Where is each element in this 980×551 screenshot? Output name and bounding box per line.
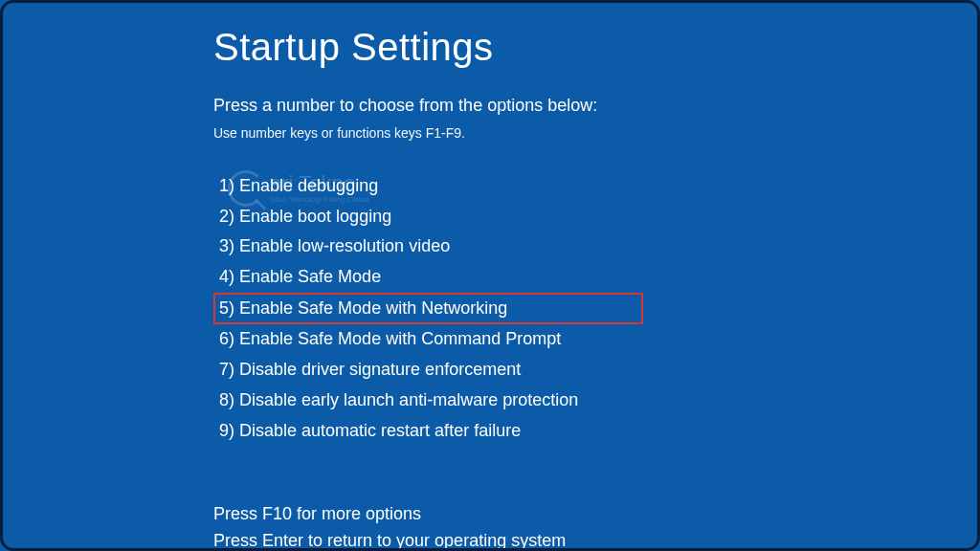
option-number: 3)	[219, 236, 234, 255]
option-label: Disable early launch anti-malware protec…	[239, 390, 578, 409]
option-disable-driver-signature[interactable]: 7) Disable driver signature enforcement	[213, 355, 977, 386]
option-label: Enable boot logging	[239, 207, 391, 226]
option-enable-low-resolution-video[interactable]: 3) Enable low-resolution video	[213, 231, 977, 262]
footer: Press F10 for more options Press Enter t…	[213, 501, 977, 551]
option-number: 8)	[219, 390, 234, 409]
footer-more-options: Press F10 for more options	[213, 501, 977, 528]
option-label: Enable Safe Mode with Command Prompt	[239, 329, 561, 348]
option-enable-boot-logging[interactable]: 2) Enable boot logging	[213, 202, 977, 232]
option-label: Disable driver signature enforcement	[239, 360, 521, 379]
option-enable-debugging[interactable]: 1) Enable debugging	[213, 171, 977, 202]
option-label: Disable automatic restart after failure	[239, 421, 521, 440]
option-number: 2)	[219, 207, 234, 226]
option-number: 7)	[219, 360, 234, 379]
page-title: Startup Settings	[213, 26, 977, 69]
option-enable-safe-mode-command-prompt[interactable]: 6) Enable Safe Mode with Command Prompt	[213, 324, 977, 355]
option-label: Enable debugging	[239, 176, 378, 195]
option-number: 5)	[219, 298, 234, 318]
option-disable-early-launch-antimalware[interactable]: 8) Disable early launch anti-malware pro…	[213, 386, 977, 416]
option-enable-safe-mode-networking[interactable]: 5) Enable Safe Mode with Networking	[213, 293, 977, 325]
option-label: Enable Safe Mode	[239, 267, 381, 286]
option-number: 4)	[219, 267, 234, 286]
option-label: Enable low-resolution video	[239, 236, 450, 255]
option-enable-safe-mode[interactable]: 4) Enable Safe Mode	[213, 262, 977, 293]
option-number: 1)	[219, 176, 234, 195]
option-number: 6)	[219, 329, 234, 348]
option-disable-automatic-restart[interactable]: 9) Disable automatic restart after failu…	[213, 416, 977, 447]
startup-options-list: 1) Enable debugging 2) Enable boot loggi…	[213, 171, 977, 446]
option-label: Enable Safe Mode with Networking	[239, 298, 507, 318]
footer-return: Press Enter to return to your operating …	[213, 528, 977, 551]
subtitle: Press a number to choose from the option…	[213, 96, 977, 116]
option-number: 9)	[219, 421, 234, 440]
key-hint: Use number keys or functions keys F1-F9.	[213, 125, 977, 141]
